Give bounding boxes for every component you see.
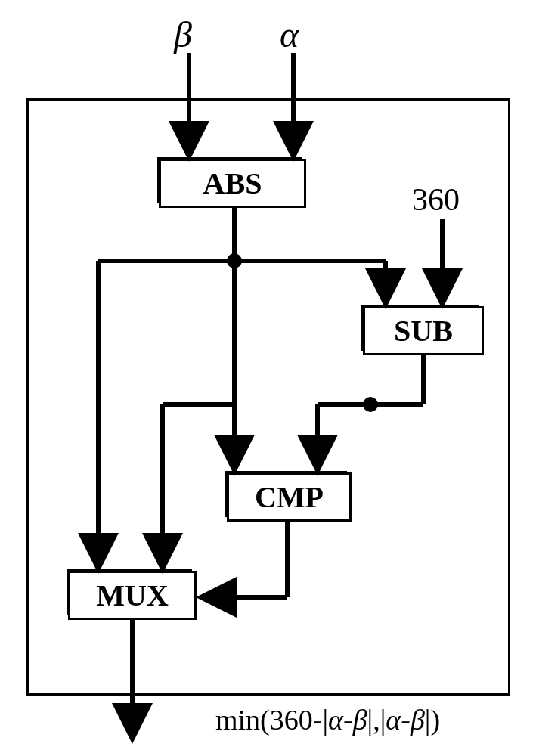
mux-block: MUX [68,571,197,620]
sub-block: SUB [363,306,484,355]
cmp-block-label: CMP [255,479,324,515]
abs-block: ABS [159,159,306,208]
mux-block-label: MUX [96,578,169,613]
diagram-canvas: β α 360 ABS SUB CMP MUX min(360-|α-β|,|α… [0,0,536,756]
cmp-block: CMP [227,472,352,522]
input-beta-label: β [174,14,192,55]
sub-block-label: SUB [394,313,453,349]
const-360-label: 360 [412,181,460,218]
output-expression: min(360-|α-β|,|α-β|) [215,703,440,736]
abs-block-label: ABS [203,166,262,201]
input-alpha-label: α [280,14,299,55]
